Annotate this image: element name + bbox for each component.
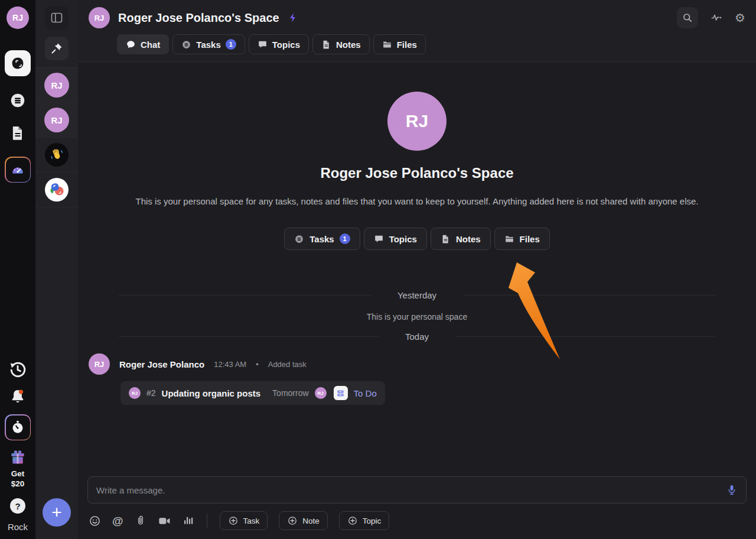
hero-topics-button[interactable]: Topics	[364, 228, 427, 250]
date-divider-today: Today	[119, 332, 715, 342]
tasks-count-badge: 1	[226, 39, 236, 50]
rock-color-logo-icon	[45, 178, 69, 202]
task-assignee-avatar: RJ	[315, 387, 327, 399]
space-item-dm[interactable]: RJ	[35, 103, 78, 138]
date-divider-yesterday: Yesterday	[119, 290, 715, 300]
message-input[interactable]	[96, 485, 720, 495]
app-rail: RJ	[0, 0, 35, 539]
message-input-box[interactable]	[87, 476, 747, 504]
space-avatar: RJ	[44, 108, 69, 132]
task-id: #2	[146, 388, 156, 398]
wave-hand-icon	[45, 143, 69, 167]
brand-label: Rock	[8, 522, 28, 532]
dashboard-gauge-icon	[10, 162, 25, 177]
message-bullet: •	[256, 360, 259, 369]
task-due-date: Tomorrow	[272, 388, 308, 398]
hero-description: This is your personal space for any task…	[125, 194, 709, 209]
rock-logo-icon	[9, 55, 26, 72]
pinned-spaces-button[interactable]	[45, 37, 69, 60]
button-label: Task	[243, 517, 260, 525]
rock-app-tile[interactable]	[5, 50, 31, 76]
space-tabs: Chat Tasks 1	[117, 34, 745, 54]
page-title: Roger Jose Polanco's Space	[118, 11, 279, 25]
hero-files-button[interactable]: Files	[494, 228, 550, 250]
task-list-icon	[334, 386, 348, 400]
add-topic-button[interactable]: Topic	[339, 511, 390, 530]
notes-icon	[441, 234, 451, 244]
space-item-personal[interactable]: RJ	[35, 68, 78, 103]
divider-label: Today	[405, 332, 429, 342]
space-item-welcome[interactable]	[35, 138, 78, 173]
add-task-button[interactable]: Task	[220, 511, 268, 530]
user-avatar[interactable]: RJ	[6, 7, 29, 29]
main-panel: RJ Roger Jose Polanco's Space	[78, 0, 756, 539]
tab-label: Chat	[141, 40, 160, 50]
create-new-button[interactable]: +	[43, 498, 71, 527]
plus-glyph: +	[51, 504, 62, 521]
system-note: This is your personal space	[367, 312, 467, 322]
spaces-rail: RJ RJ	[35, 0, 78, 539]
my-tasks-icon[interactable]	[9, 92, 27, 109]
tab-tasks[interactable]: Tasks 1	[172, 34, 245, 54]
poll-chart-icon[interactable]	[183, 515, 194, 527]
message-avatar[interactable]: RJ	[89, 353, 110, 375]
task-creator-avatar: RJ	[129, 387, 141, 399]
space-header-avatar: RJ	[89, 7, 110, 28]
boost-bolt-icon[interactable]	[288, 12, 298, 23]
button-label: Topics	[389, 234, 417, 244]
plus-circle-icon	[228, 515, 239, 526]
emoji-icon[interactable]	[89, 515, 101, 527]
button-label: Tasks	[309, 234, 334, 244]
button-label: Files	[520, 234, 540, 244]
gift-icon[interactable]	[9, 448, 27, 466]
tab-label: Notes	[336, 40, 361, 50]
message-action: Added task	[268, 360, 307, 369]
tab-notes[interactable]: Notes	[312, 34, 370, 54]
plus-circle-icon	[347, 515, 358, 526]
history-icon[interactable]	[9, 361, 27, 378]
stopwatch-icon	[10, 420, 25, 435]
chat-bubble-icon	[126, 40, 136, 50]
task-card[interactable]: RJ #2 Updating organic posts Tomorrow RJ…	[120, 381, 385, 405]
tab-label: Files	[397, 40, 417, 50]
panel-icon	[50, 11, 64, 25]
microphone-icon[interactable]	[726, 484, 738, 496]
topics-icon	[258, 40, 268, 50]
space-avatar: RJ	[44, 73, 69, 98]
notifications-bell-icon[interactable]	[9, 388, 27, 405]
video-call-icon[interactable]	[158, 514, 171, 528]
tasks-circle-icon	[294, 234, 304, 244]
task-status: To Do	[354, 388, 377, 398]
mention-at-icon[interactable]: @	[112, 515, 123, 527]
settings-gear-icon[interactable]: ⚙	[735, 11, 745, 25]
help-button[interactable]: ?	[10, 498, 25, 514]
attachment-paperclip-icon[interactable]	[135, 515, 146, 527]
chat-message: RJ Roger Jose Polanco 12:43 AM • Added t…	[78, 353, 756, 405]
files-folder-icon	[382, 40, 392, 50]
toolbar-divider	[207, 514, 207, 528]
hero-avatar: RJ	[387, 92, 447, 151]
search-icon	[682, 12, 693, 24]
insights-tile[interactable]	[5, 157, 31, 183]
sidebar-toggle-button[interactable]	[45, 6, 69, 30]
pin-icon	[50, 42, 63, 55]
my-notes-icon[interactable]	[9, 125, 26, 141]
time-tracker-tile[interactable]	[5, 414, 31, 440]
search-button[interactable]	[677, 7, 698, 28]
promo-line1: Get	[11, 469, 25, 479]
tasks-count-badge: 1	[340, 233, 350, 244]
hero-tasks-button[interactable]: Tasks 1	[284, 228, 360, 250]
activity-pulse-icon[interactable]	[710, 11, 723, 24]
space-item-rock[interactable]	[35, 173, 78, 207]
message-time: 12:43 AM	[214, 360, 246, 369]
tab-files[interactable]: Files	[373, 34, 426, 54]
hero-buttons: Tasks 1 Topics	[284, 228, 550, 250]
add-note-button[interactable]: Note	[279, 511, 328, 530]
space-header: RJ Roger Jose Polanco's Space	[78, 0, 756, 62]
chat-area: RJ Roger Jose Polanco's Space This is yo…	[78, 62, 756, 476]
files-folder-icon	[504, 234, 514, 244]
tab-topics[interactable]: Topics	[249, 34, 309, 54]
hero-notes-button[interactable]: Notes	[431, 228, 491, 250]
tab-chat[interactable]: Chat	[117, 34, 169, 54]
promo-get-20[interactable]: Get $20	[11, 469, 25, 489]
